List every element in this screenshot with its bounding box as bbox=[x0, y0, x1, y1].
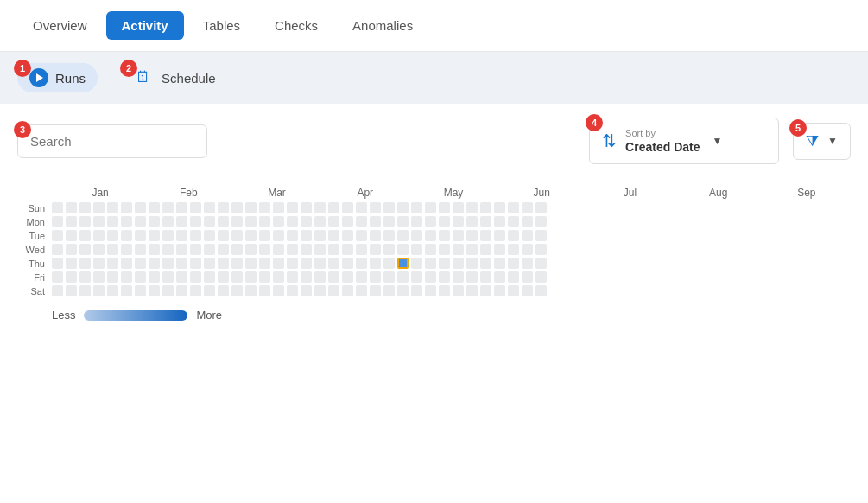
heatmap-cell[interactable] bbox=[121, 285, 132, 296]
heatmap-cell[interactable] bbox=[453, 244, 464, 255]
heatmap-cell[interactable] bbox=[383, 216, 395, 227]
heatmap-cell[interactable] bbox=[79, 230, 91, 241]
heatmap-cell[interactable] bbox=[218, 202, 229, 213]
heatmap-cell[interactable] bbox=[273, 285, 284, 296]
heatmap-cell[interactable] bbox=[149, 258, 160, 269]
heatmap-cell[interactable] bbox=[328, 216, 339, 227]
heatmap-cell[interactable] bbox=[466, 216, 478, 227]
heatmap-cell[interactable] bbox=[121, 244, 132, 255]
heatmap-cell[interactable] bbox=[79, 285, 91, 296]
heatmap-cell[interactable] bbox=[149, 271, 160, 283]
heatmap-cell[interactable] bbox=[107, 202, 118, 213]
heatmap-cell[interactable] bbox=[204, 285, 215, 296]
heatmap-cell[interactable] bbox=[231, 230, 243, 241]
heatmap-cell[interactable] bbox=[245, 258, 257, 269]
heatmap-cell[interactable] bbox=[508, 202, 519, 213]
heatmap-cell[interactable] bbox=[508, 258, 519, 269]
heatmap-cell[interactable] bbox=[301, 258, 312, 269]
heatmap-cell[interactable] bbox=[522, 230, 533, 241]
heatmap-cell[interactable] bbox=[425, 285, 436, 296]
heatmap-cell[interactable] bbox=[204, 202, 215, 213]
heatmap-cell[interactable] bbox=[121, 202, 132, 213]
heatmap-cell[interactable] bbox=[522, 244, 533, 255]
heatmap-cell[interactable] bbox=[273, 216, 284, 227]
heatmap-cell[interactable] bbox=[522, 202, 533, 213]
heatmap-cell[interactable] bbox=[466, 258, 478, 269]
heatmap-cell[interactable] bbox=[79, 216, 91, 227]
heatmap-cell[interactable] bbox=[397, 285, 409, 296]
heatmap-cell[interactable] bbox=[190, 258, 201, 269]
heatmap-cell[interactable] bbox=[439, 216, 450, 227]
heatmap-cell[interactable] bbox=[494, 285, 505, 296]
heatmap-cell[interactable] bbox=[66, 216, 77, 227]
heatmap-cell[interactable] bbox=[204, 271, 215, 283]
heatmap-cell[interactable] bbox=[176, 202, 187, 213]
heatmap-cell[interactable] bbox=[121, 216, 132, 227]
heatmap-cell[interactable] bbox=[273, 258, 284, 269]
tab-activity[interactable]: Activity bbox=[106, 11, 184, 40]
heatmap-cell[interactable] bbox=[93, 271, 105, 283]
heatmap-cell[interactable] bbox=[149, 285, 160, 296]
heatmap-cell[interactable] bbox=[314, 202, 326, 213]
heatmap-cell[interactable] bbox=[231, 202, 243, 213]
heatmap-cell[interactable] bbox=[522, 216, 533, 227]
heatmap-cell[interactable] bbox=[356, 216, 367, 227]
heatmap-cell[interactable] bbox=[231, 285, 243, 296]
heatmap-cell[interactable] bbox=[328, 285, 339, 296]
heatmap-cell[interactable] bbox=[425, 244, 436, 255]
heatmap-cell[interactable] bbox=[149, 230, 160, 241]
tab-anomalies[interactable]: Anomalies bbox=[337, 11, 428, 40]
heatmap-cell[interactable] bbox=[190, 244, 201, 255]
heatmap-cell[interactable] bbox=[439, 271, 450, 283]
heatmap-cell[interactable] bbox=[231, 216, 243, 227]
heatmap-cell[interactable] bbox=[259, 285, 270, 296]
heatmap-cell[interactable] bbox=[231, 258, 243, 269]
heatmap-cell[interactable] bbox=[287, 244, 298, 255]
heatmap-cell[interactable] bbox=[52, 216, 63, 227]
heatmap-cell[interactable] bbox=[397, 244, 409, 255]
heatmap-cell[interactable] bbox=[176, 258, 187, 269]
heatmap-cell[interactable] bbox=[383, 230, 395, 241]
heatmap-cell[interactable] bbox=[218, 216, 229, 227]
heatmap-cell[interactable] bbox=[356, 285, 367, 296]
heatmap-cell[interactable] bbox=[466, 202, 478, 213]
heatmap-cell[interactable] bbox=[107, 258, 118, 269]
heatmap-cell[interactable] bbox=[453, 271, 464, 283]
heatmap-cell[interactable] bbox=[301, 230, 312, 241]
heatmap-cell[interactable] bbox=[218, 244, 229, 255]
heatmap-cell[interactable] bbox=[176, 216, 187, 227]
heatmap-cell[interactable] bbox=[397, 202, 409, 213]
heatmap-cell[interactable] bbox=[425, 258, 436, 269]
heatmap-cell[interactable] bbox=[356, 244, 367, 255]
heatmap-cell[interactable] bbox=[301, 285, 312, 296]
heatmap-cell[interactable] bbox=[535, 202, 547, 213]
heatmap-cell[interactable] bbox=[273, 230, 284, 241]
heatmap-cell[interactable] bbox=[245, 285, 257, 296]
heatmap-cell[interactable] bbox=[466, 230, 478, 241]
heatmap-cell[interactable] bbox=[287, 216, 298, 227]
heatmap-cell[interactable] bbox=[411, 258, 422, 269]
heatmap-cell[interactable] bbox=[383, 258, 395, 269]
heatmap-cell[interactable] bbox=[190, 230, 201, 241]
heatmap-cell[interactable] bbox=[425, 271, 436, 283]
heatmap-cell[interactable] bbox=[370, 216, 381, 227]
heatmap-cell[interactable] bbox=[79, 244, 91, 255]
heatmap-cell[interactable] bbox=[79, 271, 91, 283]
heatmap-cell[interactable] bbox=[162, 216, 174, 227]
heatmap-cell[interactable] bbox=[52, 202, 63, 213]
heatmap-cell[interactable] bbox=[535, 285, 547, 296]
heatmap-cell[interactable] bbox=[287, 230, 298, 241]
heatmap-cell[interactable] bbox=[508, 285, 519, 296]
heatmap-cell[interactable] bbox=[176, 244, 187, 255]
heatmap-cell[interactable] bbox=[508, 216, 519, 227]
heatmap-cell[interactable] bbox=[342, 258, 353, 269]
heatmap-cell[interactable] bbox=[535, 244, 547, 255]
heatmap-cell[interactable] bbox=[93, 258, 105, 269]
heatmap-cell[interactable] bbox=[135, 202, 146, 213]
heatmap-cell[interactable] bbox=[107, 271, 118, 283]
heatmap-cell[interactable] bbox=[66, 244, 77, 255]
heatmap-cell[interactable] bbox=[425, 202, 436, 213]
heatmap-cell[interactable] bbox=[494, 216, 505, 227]
heatmap-cell[interactable] bbox=[287, 271, 298, 283]
heatmap-cell[interactable] bbox=[190, 202, 201, 213]
